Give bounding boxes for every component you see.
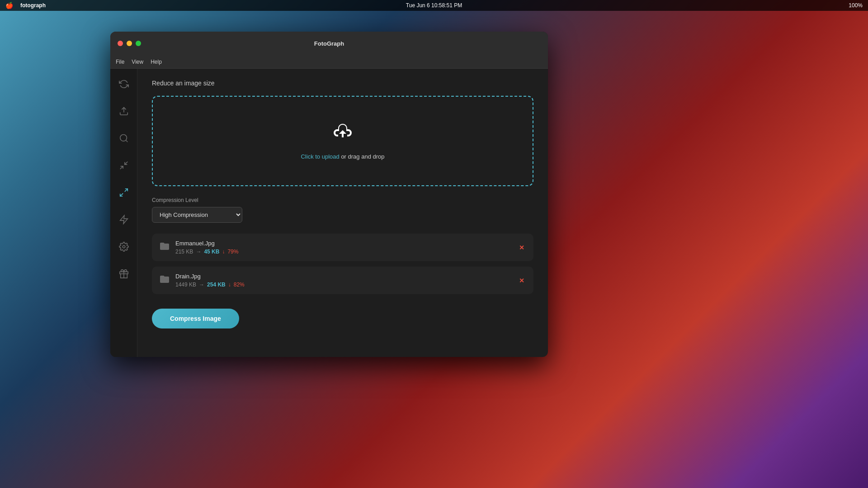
file-item: Drain.Jpg 1449 KB → 254 KB ↓ 82% ✕: [152, 267, 533, 294]
main-area: Reduce an image size Click to upload or …: [110, 69, 548, 357]
upload-drag-text: or drag and drop: [340, 153, 385, 160]
size-new: 254 KB: [207, 282, 226, 288]
app-menu-bar: File View Help: [110, 55, 548, 69]
menubar: 🍎 fotograph Tue Jun 6 10:58:51 PM 100%: [0, 0, 868, 11]
svg-line-3: [120, 166, 123, 169]
sidebar-item-recycle[interactable]: [116, 76, 132, 92]
file-name: Drain.Jpg: [175, 273, 512, 280]
page-title: Reduce an image size: [152, 80, 533, 87]
upload-dropzone[interactable]: Click to upload or drag and drop: [152, 96, 533, 186]
menu-help[interactable]: Help: [151, 59, 162, 65]
file-size-info: 1449 KB → 254 KB ↓ 82%: [175, 282, 512, 288]
menu-file[interactable]: File: [116, 59, 124, 65]
reduction-arrow-icon: ↓: [222, 249, 225, 255]
sidebar-item-expand[interactable]: [116, 184, 132, 201]
sidebar: [110, 69, 137, 357]
compression-section: Compression Level High Compression Mediu…: [152, 197, 533, 223]
sidebar-item-upload[interactable]: [116, 103, 132, 119]
size-reduction: 79%: [227, 249, 238, 255]
traffic-lights: [110, 41, 141, 46]
svg-marker-7: [120, 216, 127, 224]
battery-status: 100%: [849, 2, 863, 9]
apple-logo-icon[interactable]: 🍎: [5, 2, 13, 9]
svg-point-1: [120, 135, 127, 141]
menubar-left: 🍎 fotograph: [5, 2, 46, 9]
menubar-datetime: Tue Jun 6 10:58:51 PM: [406, 2, 462, 9]
upload-link[interactable]: Click to upload: [301, 153, 339, 160]
svg-point-8: [123, 245, 125, 248]
sidebar-item-compress[interactable]: [116, 157, 132, 174]
file-name: Emmanuel.Jpg: [175, 240, 512, 247]
compression-label: Compression Level: [152, 197, 533, 203]
file-item: Emmanuel.Jpg 215 KB → 45 KB ↓ 79% ✕: [152, 234, 533, 261]
size-original: 215 KB: [175, 249, 193, 255]
menu-view[interactable]: View: [132, 59, 143, 65]
file-list: Emmanuel.Jpg 215 KB → 45 KB ↓ 79% ✕: [152, 234, 533, 294]
compression-select[interactable]: High Compression Medium Compression Low …: [152, 207, 242, 223]
svg-line-6: [120, 193, 123, 196]
size-new: 45 KB: [204, 249, 219, 255]
content-area: Reduce an image size Click to upload or …: [137, 69, 548, 357]
menubar-app-name: fotograph: [20, 2, 46, 9]
window-title: FotoGraph: [314, 40, 344, 47]
svg-line-4: [124, 162, 127, 164]
size-original: 1449 KB: [175, 282, 196, 288]
upload-cloud-icon: [332, 122, 354, 148]
file-info: Drain.Jpg 1449 KB → 254 KB ↓ 82%: [175, 273, 512, 288]
file-info: Emmanuel.Jpg 215 KB → 45 KB ↓ 79%: [175, 240, 512, 255]
sidebar-item-lightning[interactable]: [116, 211, 132, 228]
file-size-info: 215 KB → 45 KB ↓ 79%: [175, 249, 512, 255]
svg-line-2: [126, 140, 127, 142]
file-folder-icon: [159, 241, 170, 254]
close-button[interactable]: [118, 41, 123, 46]
file-remove-button[interactable]: ✕: [517, 275, 526, 286]
sidebar-item-settings[interactable]: [116, 239, 132, 255]
reduction-arrow-icon: ↓: [228, 282, 231, 288]
file-folder-icon: [159, 274, 170, 287]
upload-text: Click to upload or drag and drop: [301, 153, 384, 160]
app-window: FotoGraph File View Help: [110, 32, 548, 357]
compress-image-button[interactable]: Compress Image: [152, 309, 239, 328]
sidebar-item-search[interactable]: [116, 130, 132, 146]
minimize-button[interactable]: [127, 41, 132, 46]
titlebar: FotoGraph: [110, 32, 548, 55]
sidebar-item-gift[interactable]: [116, 266, 132, 282]
arrow-icon: →: [196, 249, 201, 255]
maximize-button[interactable]: [136, 41, 141, 46]
svg-line-5: [124, 189, 127, 192]
size-reduction: 82%: [234, 282, 245, 288]
menubar-right: 100%: [849, 2, 863, 9]
file-remove-button[interactable]: ✕: [517, 242, 526, 253]
arrow-icon: →: [199, 282, 204, 288]
